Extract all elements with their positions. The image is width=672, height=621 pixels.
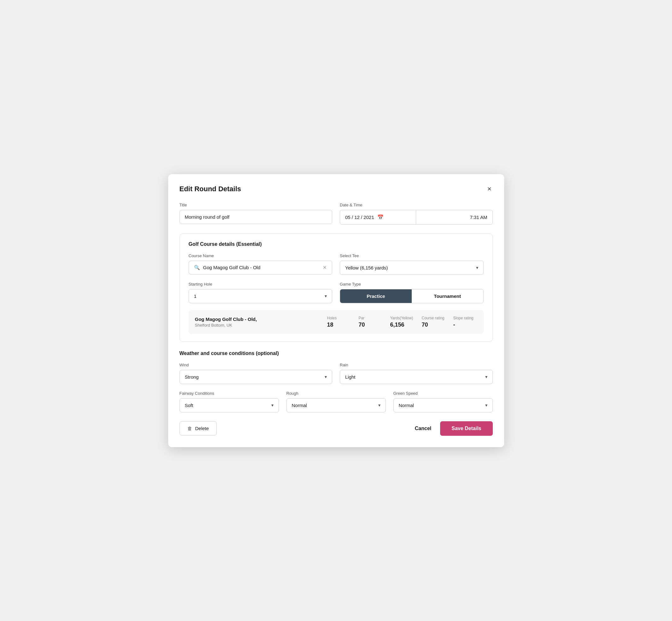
slope-rating-label: Slope rating xyxy=(453,316,473,320)
trash-icon: 🗑 xyxy=(187,426,192,431)
search-icon: 🔍 xyxy=(194,265,200,271)
date-time-group: 05 / 12 / 2021 📅 7:31 AM xyxy=(340,210,493,225)
slope-rating-value: - xyxy=(453,322,455,328)
datetime-field-group: Date & Time 05 / 12 / 2021 📅 7:31 AM xyxy=(340,203,493,225)
rough-dropdown[interactable]: Normal ▾ xyxy=(287,398,386,412)
cancel-button[interactable]: Cancel xyxy=(415,426,431,431)
calendar-icon: 📅 xyxy=(377,214,384,220)
practice-toggle-button[interactable]: Practice xyxy=(340,289,412,303)
title-label: Title xyxy=(179,203,333,207)
edit-round-modal: Edit Round Details × Title Date & Time 0… xyxy=(168,174,504,447)
rain-dropdown[interactable]: Light ▾ xyxy=(340,370,493,384)
weather-section: Weather and course conditions (optional)… xyxy=(179,350,493,412)
yards-label: Yards(Yellow) xyxy=(390,316,413,320)
rain-group: Rain Light ▾ xyxy=(340,363,493,384)
course-rating-value: 70 xyxy=(422,322,428,328)
course-tee-row: Course Name 🔍 Gog Magog Golf Club - Old … xyxy=(189,253,484,275)
rough-value: Normal xyxy=(292,403,307,408)
chevron-down-icon: ▾ xyxy=(485,374,488,379)
rain-value: Light xyxy=(345,374,355,380)
golf-course-section: Golf Course details (Essential) Course N… xyxy=(179,234,493,342)
datetime-label: Date & Time xyxy=(340,203,493,207)
wind-group: Wind Strong ▾ xyxy=(179,363,333,384)
slope-rating-stat: Slope rating - xyxy=(446,316,477,328)
par-label: Par xyxy=(359,316,365,320)
game-type-toggle: Practice Tournament xyxy=(340,289,484,303)
golf-section-title: Golf Course details (Essential) xyxy=(189,241,484,247)
game-type-label: Game Type xyxy=(340,282,484,287)
chevron-down-icon: ▾ xyxy=(378,403,380,408)
save-button[interactable]: Save Details xyxy=(440,421,493,436)
time-field[interactable]: 7:31 AM xyxy=(416,210,492,224)
footer-row: 🗑 Delete Cancel Save Details xyxy=(179,421,493,436)
rough-label: Rough xyxy=(287,391,386,396)
modal-title: Edit Round Details xyxy=(179,185,241,193)
holes-value: 18 xyxy=(327,322,333,328)
wind-dropdown[interactable]: Strong ▾ xyxy=(179,370,333,384)
course-rating-label: Course rating xyxy=(422,316,445,320)
starting-hole-value: 1 xyxy=(194,293,197,299)
green-speed-dropdown[interactable]: Normal ▾ xyxy=(393,398,493,412)
chevron-down-icon: ▾ xyxy=(325,374,327,379)
close-button[interactable]: × xyxy=(486,184,493,194)
green-speed-label: Green Speed xyxy=(393,391,493,396)
date-field[interactable]: 05 / 12 / 2021 📅 xyxy=(340,210,416,224)
chevron-down-icon: ▾ xyxy=(271,403,274,408)
starting-hole-dropdown[interactable]: 1 ▾ xyxy=(189,289,333,303)
weather-section-title: Weather and course conditions (optional) xyxy=(179,350,493,356)
delete-label: Delete xyxy=(195,426,209,431)
select-tee-dropdown[interactable]: Yellow (6,156 yards) ▾ xyxy=(340,261,484,275)
holes-stat: Holes 18 xyxy=(320,316,351,328)
yards-stat: Yards(Yellow) 6,156 xyxy=(383,316,414,328)
modal-header: Edit Round Details × xyxy=(179,184,493,194)
course-info-name-group: Gog Magog Golf Club - Old, Shelford Bott… xyxy=(195,317,320,328)
course-info-name: Gog Magog Golf Club - Old, xyxy=(195,317,320,322)
title-field-group: Title xyxy=(179,203,333,225)
holes-label: Holes xyxy=(327,316,337,320)
course-name-group: Course Name 🔍 Gog Magog Golf Club - Old … xyxy=(189,253,333,275)
date-value: 05 / 12 / 2021 xyxy=(345,215,374,220)
wind-rain-row: Wind Strong ▾ Rain Light ▾ xyxy=(179,363,493,384)
course-name-label: Course Name xyxy=(189,253,333,258)
game-type-group: Game Type Practice Tournament xyxy=(340,282,484,303)
wind-label: Wind xyxy=(179,363,333,367)
course-rating-stat: Course rating 70 xyxy=(414,316,446,328)
tournament-toggle-button[interactable]: Tournament xyxy=(412,289,483,303)
fairway-value: Soft xyxy=(185,403,194,408)
title-datetime-row: Title Date & Time 05 / 12 / 2021 📅 7:31 … xyxy=(179,203,493,225)
rain-label: Rain xyxy=(340,363,493,367)
select-tee-group: Select Tee Yellow (6,156 yards) ▾ xyxy=(340,253,484,275)
chevron-down-icon: ▾ xyxy=(325,293,327,298)
select-tee-value: Yellow (6,156 yards) xyxy=(345,265,388,271)
par-value: 70 xyxy=(359,322,365,328)
starting-hole-label: Starting Hole xyxy=(189,282,333,287)
select-tee-label: Select Tee xyxy=(340,253,484,258)
clear-icon[interactable]: ✕ xyxy=(323,265,327,271)
hole-gametype-row: Starting Hole 1 ▾ Game Type Practice Tou… xyxy=(189,282,484,303)
course-info-row: Gog Magog Golf Club - Old, Shelford Bott… xyxy=(189,310,484,334)
fairway-dropdown[interactable]: Soft ▾ xyxy=(179,398,279,412)
time-value: 7:31 AM xyxy=(470,215,487,220)
chevron-down-icon: ▾ xyxy=(485,403,488,408)
fairway-group: Fairway Conditions Soft ▾ xyxy=(179,391,279,412)
fairway-rough-green-row: Fairway Conditions Soft ▾ Rough Normal ▾… xyxy=(179,391,493,412)
starting-hole-group: Starting Hole 1 ▾ xyxy=(189,282,333,303)
title-input[interactable] xyxy=(179,210,333,224)
course-info-location: Shelford Bottom, UK xyxy=(195,323,320,328)
yards-value: 6,156 xyxy=(390,322,405,328)
delete-button[interactable]: 🗑 Delete xyxy=(179,421,217,436)
chevron-down-icon: ▾ xyxy=(476,265,478,270)
par-stat: Par 70 xyxy=(351,316,383,328)
green-speed-group: Green Speed Normal ▾ xyxy=(393,391,493,412)
green-speed-value: Normal xyxy=(399,403,414,408)
rough-group: Rough Normal ▾ xyxy=(287,391,386,412)
fairway-label: Fairway Conditions xyxy=(179,391,279,396)
footer-right: Cancel Save Details xyxy=(415,421,493,436)
course-name-value: Gog Magog Golf Club - Old xyxy=(203,265,323,270)
wind-value: Strong xyxy=(185,374,199,380)
course-name-input-wrap[interactable]: 🔍 Gog Magog Golf Club - Old ✕ xyxy=(189,261,333,275)
